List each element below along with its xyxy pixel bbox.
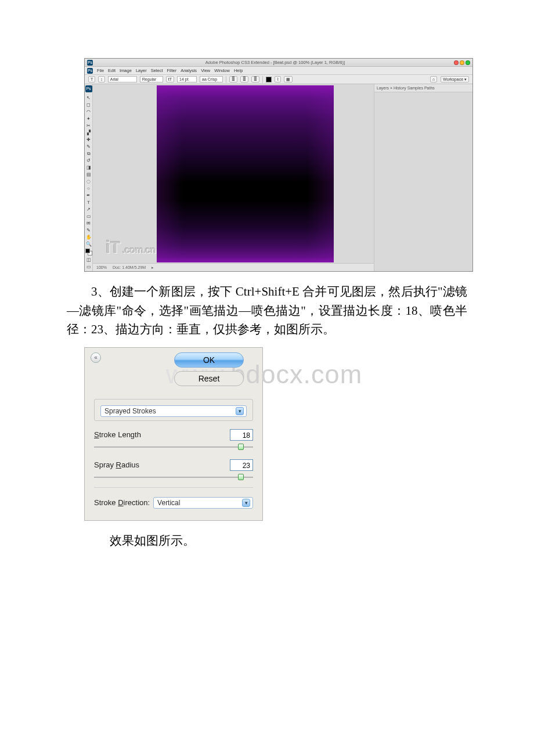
panel-body xyxy=(374,92,472,271)
reset-button[interactable]: Reset xyxy=(174,371,244,386)
align-right-icon[interactable]: ≣ xyxy=(251,76,259,82)
fg-color-swatch[interactable] xyxy=(85,249,90,253)
canvas-area: iT .com.cn xyxy=(93,84,374,263)
warp-text-icon[interactable]: ⌇ xyxy=(275,76,281,82)
ok-button[interactable]: OK xyxy=(174,352,244,368)
eraser-tool-icon[interactable]: ◨ xyxy=(85,164,92,170)
menu-image[interactable]: Image xyxy=(120,68,132,73)
minimize-icon[interactable] xyxy=(460,60,464,65)
brush-tool-icon[interactable]: ✎ xyxy=(85,143,92,149)
go-bridge-icon[interactable]: ⌂ xyxy=(430,76,437,82)
menu-help[interactable]: Help xyxy=(234,68,243,73)
ps-app-icon: Ps xyxy=(87,60,93,66)
stroke-length-slider[interactable] xyxy=(94,443,253,451)
tutorial-step-3: 3、创建一个新图层，按下 Ctrl+Shift+E 合并可见图层，然后执行"滤镜… xyxy=(67,282,467,339)
stamp-tool-icon[interactable]: ⧉ xyxy=(85,150,92,156)
font-family-select[interactable]: Arial xyxy=(108,76,137,82)
orientation-toggle[interactable]: ↕ xyxy=(98,76,105,82)
stroke-length-label: Stroke Length xyxy=(94,430,230,439)
stroke-direction-value: Vertical xyxy=(157,499,180,507)
ps-toolbox: Ps ↖ ◻ ◠ ✦ ✂ ▞ ✚ ✎ ⧉ ↺ ◨ ▤ ◌ ○ ✒ T ↗ ▭ ✉ xyxy=(85,84,93,271)
crop-tool-icon[interactable]: ✂ xyxy=(85,122,92,128)
dodge-tool-icon[interactable]: ○ xyxy=(85,185,92,191)
move-tool-icon[interactable]: ↖ xyxy=(85,94,92,100)
doc-size: Doc: 1.40M/5.29M xyxy=(113,265,146,269)
align-left-icon[interactable]: ≣ xyxy=(229,76,237,82)
aa-select[interactable]: aa Crisp xyxy=(200,76,223,82)
spray-radius-label: Spray Radius xyxy=(94,460,230,469)
font-size-select[interactable]: 14 pt xyxy=(177,76,197,82)
fg-bg-color[interactable] xyxy=(85,249,92,255)
filter-name-group: Sprayed Strokes ▾ xyxy=(94,399,253,421)
watermark-itcomcn: iT .com.cn xyxy=(106,237,156,257)
collapse-icon[interactable]: « xyxy=(91,352,101,363)
canvas-gradient xyxy=(157,85,334,262)
panel-tabs-label[interactable]: Layers × History Samples Paths xyxy=(377,86,435,90)
slider-thumb[interactable] xyxy=(238,474,244,480)
screenmode-icon[interactable]: ▭ xyxy=(85,263,92,269)
spray-radius-slider[interactable] xyxy=(94,473,253,481)
font-size-icon: tT xyxy=(166,76,174,82)
menu-view[interactable]: View xyxy=(201,68,210,73)
align-center-icon[interactable]: ≣ xyxy=(240,76,248,82)
slider-thumb[interactable] xyxy=(238,444,244,450)
stroke-length-input[interactable]: 18 xyxy=(230,429,253,441)
wand-tool-icon[interactable]: ✦ xyxy=(85,115,92,121)
dropdown-arrow-icon: ▾ xyxy=(242,499,250,507)
watermark-domain: .com.cn xyxy=(122,244,156,256)
ps-titlebar: Ps Adobe Photoshop CS3 Extended - [Beat.… xyxy=(85,59,472,67)
status-arrow-icon[interactable]: ▸ xyxy=(151,265,154,270)
zoom-level[interactable]: 100% xyxy=(96,265,107,269)
text-color-swatch[interactable] xyxy=(266,77,272,82)
ps-options-bar: T ↕ Arial Regular tT 14 pt aa Crisp ≣ ≣ … xyxy=(85,75,472,84)
slice-tool-icon[interactable]: ▞ xyxy=(85,129,92,135)
maximize-icon[interactable] xyxy=(466,60,470,65)
shape-tool-icon[interactable]: ▭ xyxy=(85,213,92,219)
notes-tool-icon[interactable]: ✉ xyxy=(85,219,92,226)
blur-tool-icon[interactable]: ◌ xyxy=(85,178,92,184)
menu-edit[interactable]: Edit xyxy=(108,68,116,73)
character-panel-icon[interactable]: ▦ xyxy=(284,76,293,82)
path-tool-icon[interactable]: ↗ xyxy=(85,206,92,212)
type-tool-icon[interactable]: T xyxy=(85,199,92,205)
lasso-tool-icon[interactable]: ◠ xyxy=(85,108,92,114)
type-tool-icon[interactable]: T xyxy=(88,76,95,82)
ps-menubar: Ps File Edit Image Layer Select Filter A… xyxy=(85,67,472,75)
separator xyxy=(262,76,263,83)
ps-window-title: Adobe Photoshop CS3 Extended - [Beat.psd… xyxy=(96,60,454,65)
menu-select[interactable]: Select xyxy=(151,68,163,73)
marquee-tool-icon[interactable]: ◻ xyxy=(85,101,92,107)
menu-analysis[interactable]: Analysis xyxy=(181,68,197,73)
ps-logo-icon: Ps xyxy=(87,68,93,74)
close-icon[interactable] xyxy=(454,60,459,65)
watermark-brand: iT xyxy=(106,237,120,257)
document-canvas[interactable] xyxy=(157,85,334,262)
filter-name-select[interactable]: Sprayed Strokes ▾ xyxy=(100,405,247,417)
zoom-tool-icon[interactable]: 🔍 xyxy=(85,240,92,247)
ps-status-bar: 100% Doc: 1.40M/5.29M ▸ xyxy=(93,263,374,271)
font-style-select[interactable]: Regular xyxy=(140,76,163,82)
quickmask-icon[interactable]: ◫ xyxy=(85,256,92,262)
workspace-select[interactable]: Workspace ▾ xyxy=(441,76,469,82)
menu-window[interactable]: Window xyxy=(214,68,230,73)
dropdown-arrow-icon: ▾ xyxy=(236,407,244,415)
menu-layer[interactable]: Layer xyxy=(136,68,147,73)
divider xyxy=(94,487,253,488)
stroke-direction-select[interactable]: Vertical ▾ xyxy=(153,497,253,509)
window-controls[interactable] xyxy=(454,60,470,65)
heal-tool-icon[interactable]: ✚ xyxy=(85,136,92,142)
result-caption-text: 效果如图所示。 xyxy=(110,534,195,548)
filter-name-value: Sprayed Strokes xyxy=(104,407,156,415)
menu-filter[interactable]: Filter xyxy=(167,68,177,73)
menu-file[interactable]: File xyxy=(97,68,104,73)
result-caption: 效果如图所示。 xyxy=(67,531,467,550)
pen-tool-icon[interactable]: ✒ xyxy=(85,192,92,198)
spray-radius-input[interactable]: 23 xyxy=(230,459,253,471)
separator xyxy=(226,76,226,83)
history-brush-icon[interactable]: ↺ xyxy=(85,157,92,163)
photoshop-window: Ps Adobe Photoshop CS3 Extended - [Beat.… xyxy=(84,58,473,272)
eyedropper-tool-icon[interactable]: ✎ xyxy=(85,226,92,233)
gradient-tool-icon[interactable]: ▤ xyxy=(85,171,92,177)
ps-panels: Layers × History Samples Paths xyxy=(374,84,472,271)
hand-tool-icon[interactable]: ✋ xyxy=(85,233,92,240)
